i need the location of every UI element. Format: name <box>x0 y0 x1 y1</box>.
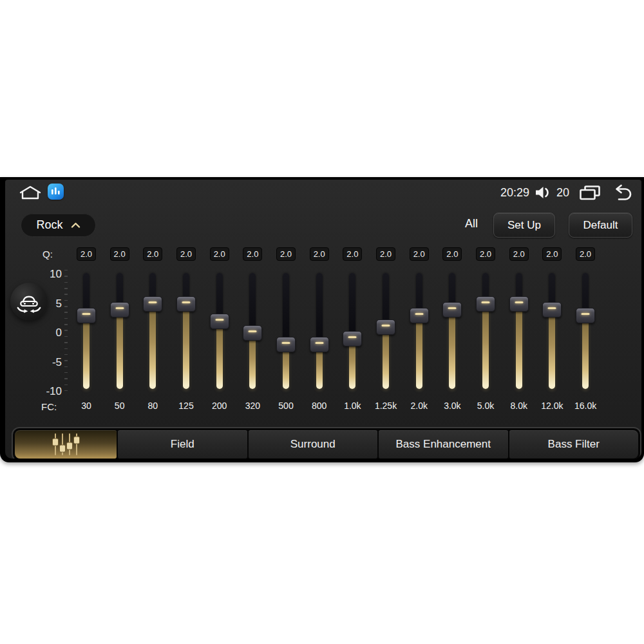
gain-scale-label: 0 <box>35 327 62 339</box>
volume-level: 20 <box>556 186 569 200</box>
head-unit-display: 20:29 20 Rock <box>0 177 644 462</box>
home-button[interactable] <box>15 184 45 203</box>
car-surround-icon <box>14 288 44 315</box>
slider-fill-2.0k <box>416 316 422 389</box>
preset-selector[interactable]: Rock <box>21 213 96 237</box>
slider-handle-500[interactable] <box>276 337 296 352</box>
q-value-500[interactable]: 2.0 <box>276 247 296 261</box>
slider-handle-3.0k[interactable] <box>442 302 462 317</box>
slider-fill-80 <box>149 304 156 390</box>
slider-handle-320[interactable] <box>243 325 262 341</box>
gain-scale-label: -5 <box>35 356 62 369</box>
chevron-up-icon <box>71 222 80 228</box>
set-up-button[interactable]: Set Up <box>493 213 555 238</box>
slider-fill-30 <box>83 316 90 389</box>
q-value-1.25k[interactable]: 2.0 <box>376 247 395 261</box>
default-button[interactable]: Default <box>569 213 632 238</box>
q-value-80[interactable]: 2.0 <box>143 247 162 261</box>
q-value-125[interactable]: 2.0 <box>176 247 196 261</box>
q-value-1.0k[interactable]: 2.0 <box>343 247 362 261</box>
gain-scale-label: -10 <box>35 385 62 398</box>
fc-value-200: 200 <box>203 401 236 411</box>
q-value-8.0k[interactable]: 2.0 <box>509 247 529 261</box>
tab-equalizer[interactable] <box>15 430 117 459</box>
home-icon <box>18 185 43 202</box>
q-value-16.0k[interactable]: 2.0 <box>576 247 595 261</box>
slider-fill-16.0k <box>582 316 589 389</box>
slider-handle-8.0k[interactable] <box>509 296 529 312</box>
slider-handle-30[interactable] <box>77 308 96 323</box>
slider-handle-16.0k[interactable] <box>576 308 595 323</box>
clock: 20:29 <box>500 186 529 200</box>
slider-fill-1.25k <box>383 327 389 389</box>
equalizer-screen: 20:29 20 Rock <box>5 180 641 459</box>
gain-scale-label: 10 <box>35 268 62 281</box>
q-value-2.0k[interactable]: 2.0 <box>410 247 429 261</box>
recent-apps-icon[interactable] <box>579 185 601 201</box>
tab-bass-enhancement[interactable]: Bass Enhancement <box>379 430 508 459</box>
status-bar-right: 20:29 20 <box>500 183 632 202</box>
slider-handle-125[interactable] <box>176 296 196 312</box>
sound-field-button[interactable] <box>10 283 48 320</box>
slider-handle-800[interactable] <box>310 337 329 352</box>
volume-icon <box>535 185 551 200</box>
fc-row-label: FC: <box>41 401 57 412</box>
slider-fill-8.0k <box>516 304 522 390</box>
all-label[interactable]: All <box>459 217 484 231</box>
fc-value-2.0k: 2.0k <box>402 401 436 411</box>
q-value-30[interactable]: 2.0 <box>77 247 96 261</box>
slider-handle-1.25k[interactable] <box>376 319 395 335</box>
fc-value-12.0k: 12.0k <box>535 401 569 411</box>
ai-app-icon[interactable] <box>48 184 64 200</box>
q-value-800[interactable]: 2.0 <box>310 247 329 261</box>
q-value-5.0k[interactable]: 2.0 <box>476 247 495 261</box>
fc-value-125: 125 <box>169 401 203 411</box>
slider-handle-5.0k[interactable] <box>476 296 495 312</box>
slider-handle-200[interactable] <box>210 314 229 329</box>
slider-handle-12.0k[interactable] <box>542 302 562 317</box>
fc-value-30: 30 <box>70 401 103 411</box>
fc-value-16.0k: 16.0k <box>569 401 602 411</box>
screenshot-root: 20:29 20 Rock <box>0 0 644 644</box>
fc-value-1.0k: 1.0k <box>336 401 369 411</box>
slider-fill-50 <box>117 310 123 389</box>
fc-value-8.0k: 8.0k <box>502 401 536 411</box>
back-icon[interactable] <box>611 184 632 201</box>
equalizer-app-glyph <box>51 187 61 196</box>
preset-label: Rock <box>36 218 62 232</box>
slider-handle-1.0k[interactable] <box>343 331 362 346</box>
slider-fill-320 <box>249 333 256 389</box>
slider-fill-5.0k <box>482 304 489 390</box>
slider-fill-3.0k <box>449 310 455 389</box>
fc-value-320: 320 <box>236 401 269 411</box>
fc-value-1.25k: 1.25k <box>369 401 402 411</box>
slider-fill-12.0k <box>549 310 555 389</box>
q-value-12.0k[interactable]: 2.0 <box>542 247 562 261</box>
equalizer-sliders-icon <box>50 433 81 456</box>
bottom-tab-bar: FieldSurroundBass EnhancementBass Filter <box>12 427 641 459</box>
slider-fill-125 <box>183 304 189 390</box>
fc-value-80: 80 <box>136 401 169 411</box>
slider-handle-80[interactable] <box>143 296 162 312</box>
tab-surround[interactable]: Surround <box>249 430 378 459</box>
tab-field[interactable]: Field <box>118 430 247 459</box>
gain-scale-ruler <box>64 270 68 391</box>
fc-value-3.0k: 3.0k <box>435 401 469 411</box>
fc-value-5.0k: 5.0k <box>469 401 502 411</box>
slider-fill-200 <box>216 321 223 389</box>
q-value-320[interactable]: 2.0 <box>243 247 262 261</box>
slider-handle-50[interactable] <box>110 302 129 317</box>
fc-value-50: 50 <box>103 401 137 411</box>
q-value-200[interactable]: 2.0 <box>210 247 229 261</box>
tab-bass-filter[interactable]: Bass Filter <box>509 430 639 459</box>
q-row-label: Q: <box>43 249 53 260</box>
fc-value-800: 800 <box>303 401 336 411</box>
q-value-50[interactable]: 2.0 <box>110 247 129 261</box>
fc-value-500: 500 <box>269 401 303 411</box>
q-value-3.0k[interactable]: 2.0 <box>442 247 462 261</box>
slider-handle-2.0k[interactable] <box>410 308 429 323</box>
